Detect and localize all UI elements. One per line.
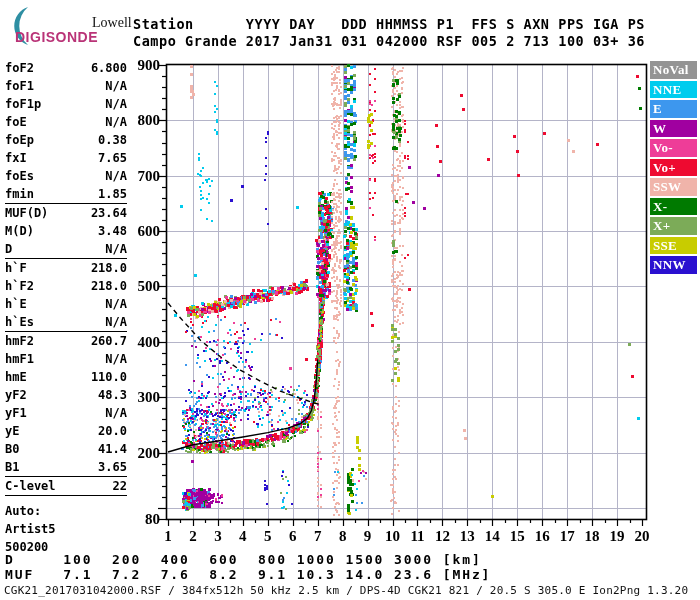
station-header: Station YYYY DAY DDD HHMMSS P1 FFS S AXN… (133, 16, 645, 49)
param-row: fxI7.65 (5, 149, 127, 167)
param-label: C-level (5, 477, 56, 495)
param-group: h`F218.0h`F2218.0h`EN/Ah`EsN/A (5, 259, 127, 332)
param-value: 1.85 (98, 185, 127, 203)
legend-item-vo: Vo- (650, 139, 697, 157)
lowell-digisonde-logo: Lowell DIGISONDE (4, 5, 130, 47)
echo-direction-legend: NoValNNEEWVo-Vo+SSWX-X+SSENNW (650, 61, 697, 276)
param-row: hmF2260.7 (5, 332, 127, 350)
param-value: N/A (105, 404, 127, 422)
param-row: B041.4 (5, 440, 127, 458)
param-label: hmF1 (5, 350, 34, 368)
param-value: 20.0 (98, 422, 127, 440)
param-label: h`Es (5, 313, 34, 331)
legend-item-noval: NoVal (650, 61, 697, 79)
param-value: 23.64 (91, 204, 127, 222)
param-row: foF1pN/A (5, 95, 127, 113)
param-value: N/A (105, 77, 127, 95)
legend-item-w: W (650, 120, 697, 138)
param-row: hmF1N/A (5, 350, 127, 368)
param-row: DN/A (5, 240, 127, 258)
param-value: N/A (105, 113, 127, 131)
legend-item-vo: Vo+ (650, 159, 697, 177)
param-label: foE (5, 113, 27, 131)
param-value: N/A (105, 167, 127, 185)
param-row: MUF(D)23.64 (5, 204, 127, 222)
param-label: yF1 (5, 404, 27, 422)
param-value: 260.7 (91, 332, 127, 350)
station-header-row2: Campo Grande 2017 Jan31 031 042000 RSF 0… (133, 33, 645, 49)
param-group: foF26.800foF1N/AfoF1pN/AfoEN/AfoEp0.38fx… (5, 59, 127, 204)
param-label: MUF(D) (5, 204, 48, 222)
param-label: B0 (5, 440, 19, 458)
param-row: B13.65 (5, 458, 127, 476)
param-value: 6.800 (91, 59, 127, 77)
param-row: foEp0.38 (5, 131, 127, 149)
file-info-line: CGK21_2017031042000.RSF / 384fx512h 50 k… (4, 584, 688, 597)
param-row: foF26.800 (5, 59, 127, 77)
param-value: N/A (105, 295, 127, 313)
param-row: yF1N/A (5, 404, 127, 422)
param-row: h`EN/A (5, 295, 127, 313)
legend-item-e: E (650, 100, 697, 118)
param-group: hmF2260.7hmF1N/AhmE110.0yF248.3yF1N/AyE2… (5, 332, 127, 477)
param-row: h`F2218.0 (5, 277, 127, 295)
d-muf-table: D 100 200 400 600 800 1000 1500 3000 [km… (5, 553, 491, 582)
param-row: foF1N/A (5, 77, 127, 95)
param-value: 0.38 (98, 131, 127, 149)
param-group: C-level22 (5, 477, 127, 496)
param-label: fmin (5, 185, 34, 203)
param-label: yF2 (5, 386, 27, 404)
param-row: M(D)3.48 (5, 222, 127, 240)
param-row: fmin1.85 (5, 185, 127, 203)
param-label: foF1 (5, 77, 34, 95)
param-row: foEN/A (5, 113, 127, 131)
param-label: foF2 (5, 59, 34, 77)
param-row: h`F218.0 (5, 259, 127, 277)
param-row: h`EsN/A (5, 313, 127, 331)
legend-item-nne: NNE (650, 81, 697, 99)
param-value: N/A (105, 313, 127, 331)
legend-item-x: X- (650, 198, 697, 216)
param-label: B1 (5, 458, 19, 476)
param-value: 110.0 (91, 368, 127, 386)
ionogram-app: { "header": { "logo_line1": "Lowell", "l… (0, 0, 700, 600)
legend-item-sse: SSE (650, 237, 697, 255)
param-label: D (5, 240, 12, 258)
param-group: MUF(D)23.64M(D)3.48DN/A (5, 204, 127, 259)
param-value: 3.65 (98, 458, 127, 476)
param-value: N/A (105, 95, 127, 113)
param-value: 41.4 (98, 440, 127, 458)
param-value: 48.3 (98, 386, 127, 404)
param-value: N/A (105, 350, 127, 368)
param-value: N/A (105, 240, 127, 258)
legend-item-ssw: SSW (650, 178, 697, 196)
param-label: M(D) (5, 222, 34, 240)
param-label: foEs (5, 167, 34, 185)
param-label: foEp (5, 131, 34, 149)
param-label: fxI (5, 149, 27, 167)
legend-item-x: X+ (650, 217, 697, 235)
auto-scaler-line: Auto: (5, 502, 127, 520)
param-row: hmE110.0 (5, 368, 127, 386)
param-row: C-level22 (5, 477, 127, 495)
param-label: hmF2 (5, 332, 34, 350)
param-row: foEsN/A (5, 167, 127, 185)
param-row: yF248.3 (5, 386, 127, 404)
param-label: h`E (5, 295, 27, 313)
param-label: foF1p (5, 95, 41, 113)
station-header-row1: Station YYYY DAY DDD HHMMSS P1 FFS S AXN… (133, 16, 645, 32)
param-label: h`F2 (5, 277, 34, 295)
param-value: 7.65 (98, 149, 127, 167)
param-label: h`F (5, 259, 27, 277)
scaled-parameters-panel: foF26.800foF1N/AfoF1pN/AfoEN/AfoEp0.38fx… (5, 59, 127, 556)
param-value: 3.48 (98, 222, 127, 240)
param-value: 22 (113, 477, 127, 495)
param-label: yE (5, 422, 19, 440)
auto-scaler-block: Auto:Artist5500200 (5, 502, 127, 556)
param-label: hmE (5, 368, 27, 386)
legend-item-nnw: NNW (650, 256, 697, 274)
param-value: 218.0 (91, 259, 127, 277)
param-row: yE20.0 (5, 422, 127, 440)
logo-digisonde-text: DIGISONDE (15, 29, 98, 45)
param-value: 218.0 (91, 277, 127, 295)
